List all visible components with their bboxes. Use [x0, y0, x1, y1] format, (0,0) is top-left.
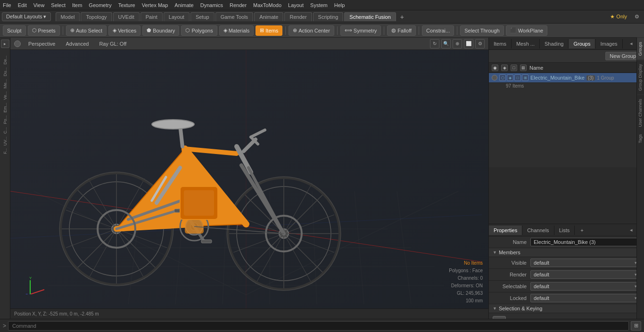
polygons-button[interactable]: ⬡ Polygons	[181, 25, 217, 36]
menu-texture[interactable]: Texture	[118, 2, 135, 8]
tab-model[interactable]: Model	[56, 12, 80, 21]
props-tab-add[interactable]: +	[577, 226, 587, 235]
tab-setup[interactable]: Setup	[190, 12, 215, 21]
viewport-mode[interactable]: Perspective	[25, 40, 58, 48]
panel-tab-groups[interactable]: Groups	[569, 39, 595, 49]
viewport-render-mode[interactable]: Ray GL: Off	[96, 40, 129, 48]
viewport-ctrl-maximize[interactable]: ⬜	[464, 39, 473, 49]
menu-dynamics[interactable]: Dynamics	[200, 2, 223, 8]
prop-name-input[interactable]	[530, 238, 640, 246]
viewport-shading[interactable]: Advanced	[63, 40, 91, 48]
prop-render-dropdown[interactable]: default ▾	[530, 270, 640, 279]
tab-paint[interactable]: Paint	[140, 12, 163, 21]
tab-layout[interactable]: Layout	[164, 12, 190, 21]
selection-chevron: ▼	[493, 306, 497, 311]
auto-select-button[interactable]: ⊕ Auto Select	[66, 25, 107, 36]
select-through-button[interactable]: Select Through	[460, 25, 504, 36]
menu-select[interactable]: Select	[51, 2, 66, 8]
menu-maxtomodo[interactable]: MaxToModo	[253, 2, 281, 8]
members-chevron: ▼	[493, 250, 497, 255]
menu-system[interactable]: System	[310, 2, 328, 8]
materials-button[interactable]: ◈ Materials	[219, 25, 254, 36]
viewport-canvas[interactable]: X Y Z No Items Polygons : Face Channels:…	[10, 50, 488, 308]
prop-selectable-dropdown[interactable]: default ▾	[530, 282, 640, 291]
group-item-electric-bike[interactable]: ⬡ ◈ □ ⊞ Electric_Mountain_Bike (3) 1 Gro…	[489, 73, 644, 83]
menu-help[interactable]: Help	[334, 2, 345, 8]
props-tab-lists[interactable]: Lists	[554, 226, 575, 235]
sidebar-label-de: De...	[3, 56, 8, 65]
svg-line-53	[251, 130, 265, 137]
prop-visible-dropdown[interactable]: default ▾	[530, 259, 640, 267]
tab-schematic-fusion[interactable]: Schematic Fusion	[344, 12, 396, 21]
prop-visible-text: default	[534, 260, 549, 266]
right-vtab-groups[interactable]: Groups	[637, 38, 644, 60]
keying-area: None Select Items Select Channels	[489, 313, 644, 319]
props-collapse-icon[interactable]: ◂	[628, 226, 635, 234]
boundary-button[interactable]: ⬟ Boundary	[142, 25, 179, 36]
command-search-button[interactable]: ⊞	[631, 321, 641, 331]
item-icons: ⬡ ◈ □ ⊞	[499, 74, 528, 81]
symmetry-button[interactable]: ⟺ Symmetry	[340, 25, 381, 36]
sidebar-label-em: Em...	[3, 103, 8, 113]
selection-keying-header[interactable]: ▼ Selection & Keying	[489, 304, 644, 313]
action-center-button[interactable]: ⊕ Action Center	[289, 25, 334, 36]
menu-item[interactable]: Item	[72, 2, 82, 8]
prop-name-row: Name	[489, 236, 644, 248]
presets-button[interactable]: ⬡ Presets	[28, 25, 60, 36]
svg-point-51	[152, 120, 194, 129]
props-tab-channels[interactable]: Channels	[522, 226, 554, 235]
prop-locked-dropdown[interactable]: default ▾	[530, 294, 640, 302]
menu-render[interactable]: Render	[230, 2, 247, 8]
menu-edit[interactable]: Edit	[18, 2, 27, 8]
panel-collapse-icon[interactable]: ◂	[628, 40, 635, 48]
panel-tab-shading[interactable]: Shading	[540, 39, 569, 49]
sidebar-label-po: Po...	[3, 115, 8, 124]
sidebar-label-ve: Ve...	[3, 91, 8, 100]
tab-render[interactable]: Render	[284, 12, 312, 21]
tab-animate[interactable]: Animate	[254, 12, 283, 21]
falloff-button[interactable]: ◍ Falloff	[387, 25, 416, 36]
prop-visible-row: Visible default ▾	[489, 257, 644, 269]
layout-selector[interactable]: Default Layouts ▾	[2, 12, 51, 21]
menu-file[interactable]: File	[3, 2, 11, 8]
tab-game-tools[interactable]: Game Tools	[215, 12, 254, 21]
sidebar-label-uv: UV...	[3, 137, 8, 146]
panel-tab-images[interactable]: Images	[595, 39, 622, 49]
tab-uvedit[interactable]: UVEdit	[113, 12, 140, 21]
menu-view[interactable]: View	[33, 2, 45, 8]
panel-tab-items[interactable]: Items	[489, 39, 512, 49]
prop-locked-text: default	[534, 295, 549, 301]
viewport-ctrl-rotate[interactable]: ↻	[430, 39, 439, 49]
tab-add-button[interactable]: +	[397, 12, 407, 22]
keying-icon-btn[interactable]	[493, 316, 506, 319]
menu-layout[interactable]: Layout	[288, 2, 304, 8]
viewport-ctrl-pan[interactable]: ⊕	[453, 39, 462, 49]
new-group-button[interactable]: New Group	[605, 52, 640, 60]
tab-scripting[interactable]: Scripting	[313, 12, 344, 21]
right-vtab-group-display[interactable]: Group Display	[637, 60, 644, 95]
props-tab-properties[interactable]: Properties	[489, 226, 522, 235]
status-size: 100 mm	[449, 297, 483, 305]
menu-vertex-map[interactable]: Vertex Map	[142, 2, 168, 8]
menu-geometry[interactable]: Geometry	[89, 2, 111, 8]
panel-tab-mesh[interactable]: Mesh ...	[512, 39, 540, 49]
right-vtab-tags[interactable]: Tags	[637, 130, 644, 147]
prop-selectable-text: default	[534, 283, 549, 289]
viewport-ctrl-settings[interactable]: ⚙	[475, 39, 485, 49]
tab-topology[interactable]: Topology	[81, 12, 112, 21]
items-button[interactable]: ⊞ Items	[256, 25, 282, 36]
workplane-button[interactable]: ⬛ WorkPlane	[506, 25, 548, 36]
menu-animate[interactable]: Animate	[174, 2, 193, 8]
command-input[interactable]	[8, 321, 629, 331]
vertices-button[interactable]: ◈ Vertices	[108, 25, 140, 36]
prop-locked-row: Locked default ▾	[489, 292, 644, 304]
prop-selectable-label: Selectable	[493, 283, 530, 289]
right-vtab-user-channels[interactable]: User Channels	[637, 95, 644, 131]
viewport-toggle[interactable]	[14, 40, 21, 47]
tab-settings-icon[interactable]: ⚙	[632, 12, 642, 21]
members-section-header[interactable]: ▼ Members	[489, 248, 644, 257]
viewport-ctrl-zoom[interactable]: 🔍	[441, 39, 451, 49]
constraints-button[interactable]: Constrai...	[422, 25, 454, 36]
panel-tabs: Items Mesh ... Shading Groups Images ◂ ▸	[489, 38, 644, 50]
sculpt-button[interactable]: Sculpt	[3, 25, 26, 36]
